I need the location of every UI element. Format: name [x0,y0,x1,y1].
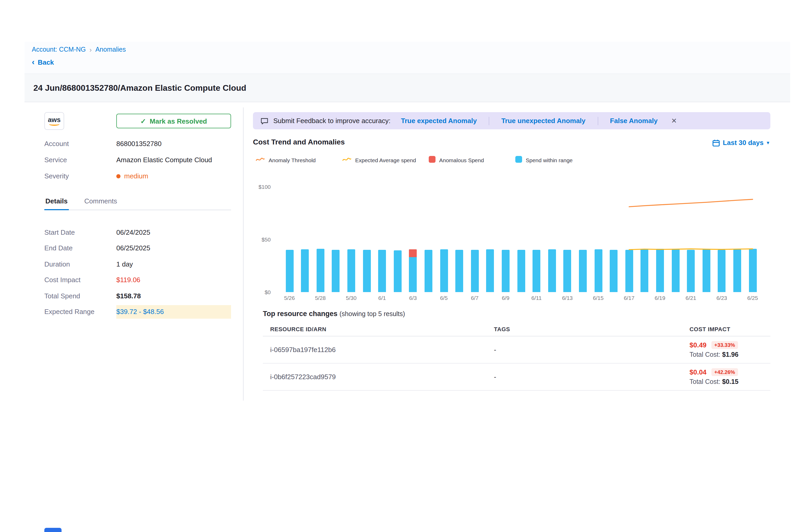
detail-row: Expected Range$39.72 - $48.56 [44,304,231,320]
summary-label: Service [44,156,116,164]
chart-bar[interactable] [594,249,602,292]
chart-bar[interactable] [471,250,478,292]
summary-row: ServiceAmazon Elastic Compute Cloud [44,152,231,168]
x-axis-label: 6/23 [716,295,727,301]
chart-bar[interactable] [641,249,649,292]
chart-bar[interactable] [363,250,370,292]
chart-bar[interactable] [656,249,664,292]
detail-label: Cost Impact [44,276,116,284]
legend-swatch-icon [515,155,522,165]
resource-cost-impact: $0.49+33.33%Total Cost: $1.96 [689,341,771,358]
chart-bar[interactable] [564,250,571,292]
x-axis-label: 5/26 [284,295,295,301]
detail-value: 1 day [116,260,133,268]
total-cost: Total Cost: $0.15 [689,378,771,385]
legend-item[interactable]: Anomaly Threshold [255,155,342,165]
comment-bubble-icon [260,117,269,125]
feedback-option[interactable]: False Anomaly [610,117,658,125]
chart-bar[interactable] [702,249,710,292]
calendar-icon [712,139,720,146]
detail-label: Duration [44,260,116,268]
legend-item[interactable]: Anomalous Spend [429,155,515,165]
chart-bar[interactable] [286,250,293,292]
resource-table: RESOURCE ID/ARNTAGSCOST IMPACT i-06597ba… [263,322,771,391]
tab-details[interactable]: Details [44,193,69,210]
close-icon[interactable]: ✕ [671,117,677,124]
chart-bar[interactable] [301,249,309,292]
anomaly-summary-panel: aws ✓ Mark as Resolved Account8680013527… [44,110,231,402]
detail-row: Cost Impact$119.06 [44,272,231,288]
chart-bar[interactable] [347,249,355,292]
chart-bar[interactable] [718,250,726,292]
chart-bar[interactable] [502,250,510,292]
breadcrumb: Account: CCM-NG › Anomalies [32,46,790,53]
impact-percent-badge: +33.33% [711,341,738,349]
x-axis-label: 5/28 [315,295,326,301]
chart-bar[interactable] [749,249,757,292]
chart-bar[interactable] [394,250,401,292]
legend-item[interactable]: Expected Average spend [342,155,429,165]
back-label: Back [38,58,54,66]
caret-down-icon: ▾ [767,140,769,145]
resources-subtitle-text: (showing top 5 results) [340,310,405,318]
back-button[interactable]: ‹ Back [32,58,68,66]
feedback-option[interactable]: True expected Anomaly [401,117,477,125]
chart-bar[interactable] [378,250,386,292]
chart-bar[interactable] [440,249,448,292]
x-axis-label: 6/17 [624,295,634,301]
chart-bar[interactable] [610,250,618,292]
chart-bar[interactable] [332,250,340,292]
chart-bar[interactable] [687,250,695,292]
impact-value: $0.04 [689,368,706,376]
resource-id[interactable]: i-0b6f257223cad9579 [263,373,494,381]
date-range-selector[interactable]: Last 30 days ▾ [712,139,769,147]
legend-item[interactable]: Spend within range [515,155,602,165]
breadcrumb-anomalies-link[interactable]: Anomalies [95,46,126,53]
chart-bar[interactable] [625,250,633,292]
mark-as-resolved-button[interactable]: ✓ Mark as Resolved [116,114,231,128]
chart-bar[interactable] [486,249,494,292]
detail-row: Start Date06/24/2025 [44,224,231,240]
feedback-option[interactable]: True unexpected Anomaly [501,117,586,125]
chart-bar[interactable] [548,249,556,292]
breadcrumb-account-link[interactable]: Account: CCM-NG [32,46,86,53]
x-axis-label: 6/21 [686,295,696,301]
summary-row: Account868001352780 [44,136,231,152]
impact-value: $0.49 [689,341,706,349]
aws-logo: aws [44,112,64,130]
chart-bar[interactable] [316,249,324,292]
resource-tags: - [494,346,689,354]
resource-id[interactable]: i-06597ba197fe112b6 [263,346,494,354]
chart-bar[interactable] [455,250,463,292]
summary-value: medium [116,172,148,180]
chart-bar[interactable] [579,250,587,292]
summary-label: Account [44,140,116,148]
chart-bar[interactable] [517,250,525,292]
chart-bar[interactable] [533,250,540,292]
chart-bar[interactable] [409,249,417,292]
chart-bar[interactable] [733,249,741,292]
legend-label: Anomaly Threshold [269,157,316,163]
total-cost: Total Cost: $1.96 [689,351,771,358]
help-widget[interactable] [44,528,61,532]
legend-swatch-icon [429,155,436,165]
x-axis-label: 5/30 [346,295,357,301]
resources-title-text: Top resource changes [263,310,338,318]
summary-value: Amazon Elastic Compute Cloud [116,156,212,164]
chart-bar[interactable] [424,250,432,292]
page-title: 24 Jun/868001352780/Amazon Elastic Compu… [33,83,246,93]
check-icon: ✓ [140,117,146,125]
legend-label: Expected Average spend [355,157,416,163]
resource-tags: - [494,373,689,381]
chart-bar[interactable] [671,249,679,292]
table-row: i-06597ba197fe112b6-$0.49+33.33%Total Co… [263,337,771,363]
column-header: COST IMPACT [689,326,771,332]
summary-rows: Account868001352780ServiceAmazon Elastic… [44,136,231,184]
detail-value: $39.72 - $48.56 [116,305,231,319]
tab-comments[interactable]: Comments [83,193,118,210]
detail-value: $158.78 [116,292,141,300]
y-axis-label: $0 [265,289,271,295]
total-cost-value: $0.15 [722,378,739,385]
legend-label: Anomalous Spend [439,157,484,163]
chevron-left-icon: ‹ [32,58,35,66]
